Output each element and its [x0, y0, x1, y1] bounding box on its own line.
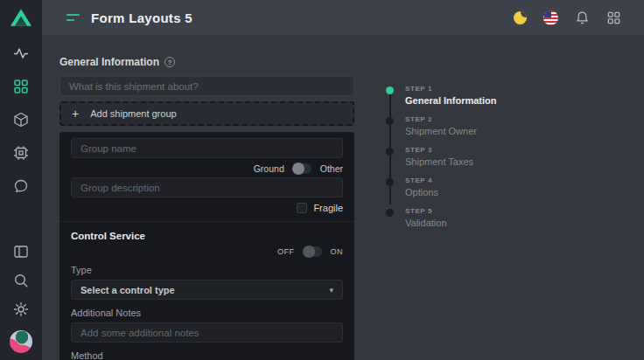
control-type-value: Select a control type — [80, 285, 175, 295]
cpu-icon[interactable] — [13, 145, 29, 161]
sidebar-bottom — [10, 244, 32, 360]
step-title: Validation — [405, 218, 447, 228]
off-label: OFF — [277, 247, 295, 256]
main-area: Form Layouts 5 General Information — [42, 0, 644, 360]
step-dot — [386, 178, 394, 186]
moon-icon[interactable] — [514, 11, 527, 24]
add-group-label: Add shipment group — [90, 108, 176, 119]
control-type-select[interactable]: Select a control type ▾ — [71, 280, 343, 300]
section-title: General Information ? — [60, 56, 354, 68]
step-title: Shipment Taxes — [405, 156, 473, 167]
type-label: Type — [71, 265, 343, 275]
gear-icon[interactable] — [13, 301, 29, 317]
form-stepper: STEP 1 General Information STEP 2 Shipme… — [386, 85, 497, 360]
add-shipment-group-button[interactable]: + Add shipment group — [60, 101, 354, 126]
activity-icon[interactable] — [13, 45, 29, 61]
toggle-knob — [303, 246, 315, 258]
step-label: STEP 4 — [405, 177, 438, 184]
fragile-label: Fragile — [313, 203, 343, 213]
menu-icon[interactable] — [66, 14, 80, 21]
stepper-step-3[interactable]: STEP 3 Shipment Taxes — [386, 146, 497, 167]
logo-triangle-icon — [10, 8, 32, 28]
shipment-about-input[interactable] — [60, 76, 354, 96]
sidebar-nav — [13, 45, 29, 194]
step-title: Shipment Owner — [405, 126, 477, 136]
ground-label: Ground — [254, 163, 284, 174]
off-on-toggle[interactable] — [304, 246, 322, 257]
chat-icon[interactable] — [13, 178, 29, 194]
method-label: Method — [71, 350, 343, 360]
notes-label: Additional Notes — [71, 308, 343, 318]
app-logo[interactable] — [10, 8, 32, 35]
layout-sidebar-icon[interactable] — [13, 244, 29, 260]
on-label: ON — [331, 247, 344, 256]
grid-icon[interactable] — [13, 79, 29, 94]
package-icon[interactable] — [13, 112, 29, 128]
help-icon[interactable]: ? — [164, 57, 175, 67]
control-service-title: Control Service — [71, 231, 343, 241]
ground-other-toggle[interactable] — [293, 163, 312, 174]
stepper-step-2[interactable]: STEP 2 Shipment Owner — [386, 115, 497, 136]
toggle-knob — [292, 163, 304, 175]
ground-other-toggle-row: Ground Other — [71, 163, 343, 174]
search-icon[interactable] — [13, 273, 29, 288]
step-dot — [386, 209, 394, 217]
group-description-input[interactable] — [71, 177, 343, 197]
stepper-step-5[interactable]: STEP 5 Validation — [386, 207, 497, 228]
header-actions — [514, 10, 621, 25]
other-label: Other — [320, 163, 343, 174]
form-column: General Information ? + Add shipment gro… — [60, 56, 354, 360]
additional-notes-input[interactable] — [71, 322, 343, 343]
shipment-group-card: Ground Other Fragile Control Service OFF — [60, 132, 354, 360]
step-title: General Information — [405, 95, 497, 106]
step-dot — [386, 117, 394, 125]
step-label: STEP 5 — [405, 207, 447, 215]
apps-icon[interactable] — [606, 10, 621, 25]
step-label: STEP 3 — [405, 146, 473, 154]
fragile-checkbox[interactable] — [297, 203, 307, 213]
app-window: Form Layouts 5 General Information — [0, 0, 644, 360]
content: General Information ? + Add shipment gro… — [42, 35, 644, 360]
stepper-step-4[interactable]: STEP 4 Options — [386, 177, 497, 197]
sidebar — [0, 0, 42, 360]
card-divider — [60, 221, 354, 222]
page-title: Form Layouts 5 — [91, 10, 192, 25]
step-label: STEP 1 — [405, 85, 497, 93]
step-dot-active — [386, 87, 394, 94]
bell-icon[interactable] — [575, 10, 590, 25]
step-title: Options — [405, 187, 438, 197]
stepper-step-1[interactable]: STEP 1 General Information — [386, 85, 497, 106]
step-dot — [386, 148, 394, 156]
off-on-toggle-row: OFF ON — [71, 246, 343, 257]
fragile-row: Fragile — [71, 203, 343, 213]
section-title-text: General Information — [60, 56, 159, 68]
group-name-input[interactable] — [71, 138, 343, 158]
us-flag-icon[interactable] — [543, 10, 558, 25]
top-header: Form Layouts 5 — [42, 0, 644, 35]
chevron-down-icon: ▾ — [329, 286, 333, 294]
user-avatar[interactable] — [10, 330, 32, 353]
step-label: STEP 2 — [405, 115, 477, 123]
plus-icon: + — [72, 107, 79, 121]
